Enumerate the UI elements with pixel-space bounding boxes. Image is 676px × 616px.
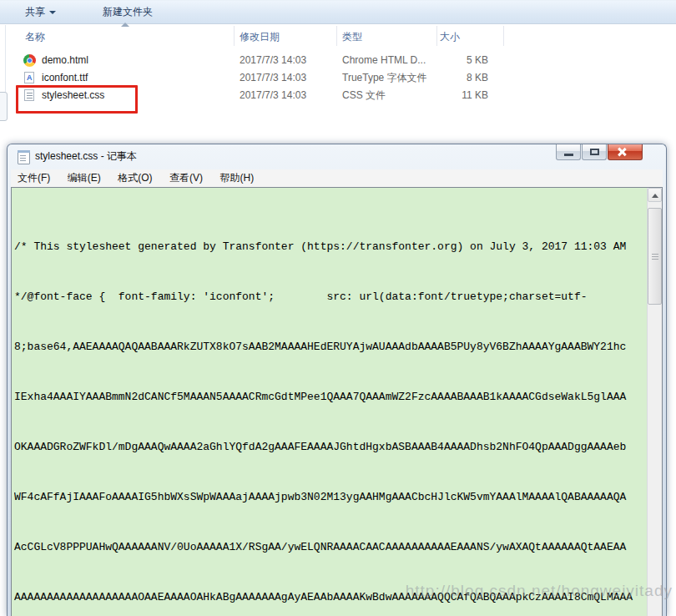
file-type: CSS 文件: [342, 87, 386, 104]
minimize-button[interactable]: [556, 144, 581, 160]
file-name[interactable]: iconfont.ttf: [42, 69, 88, 87]
file-date-modified: 2017/7/3 14:03: [240, 69, 306, 87]
notepad-window: stylesheet.css - 记事本 文件(F) 编辑(E) 格式(O) 查…: [7, 144, 667, 616]
new-folder-button[interactable]: 新建文件夹: [96, 1, 159, 23]
menu-item[interactable]: 编辑(E): [61, 169, 108, 187]
file-date-modified: 2017/7/3 14:03: [240, 87, 306, 104]
screenshot-root: 共享 新建文件夹 名称 修改日期 类型 大小 demo.html 2017/7/…: [0, 0, 676, 616]
chevron-down-icon: [49, 11, 56, 14]
column-separator[interactable]: [436, 26, 437, 46]
share-button-label: 共享: [25, 6, 45, 18]
file-date-modified: 2017/7/3 14:03: [240, 52, 306, 69]
column-separator[interactable]: [336, 26, 337, 46]
column-header-size[interactable]: 大小: [440, 28, 460, 46]
text-line: OKAAADGRoZWFkDl/mDgAAAQwAAAA2aGhlYQfdA2g…: [14, 441, 645, 453]
window-controls: [555, 144, 643, 160]
menu-item[interactable]: 格式(O): [111, 169, 159, 187]
notepad-text-area[interactable]: /* This stylesheet generated by Transfon…: [11, 187, 663, 616]
menu-item[interactable]: 查看(V): [163, 169, 209, 187]
explorer-command-bar: 共享 新建文件夹: [0, 0, 676, 24]
file-row[interactable]: iconfont.ttf 2017/7/3 14:03 TrueType 字体文…: [0, 69, 676, 87]
file-size: 11 KB: [421, 87, 488, 104]
text-line: AcCGLcV8PPPUAHwQAAAAAANV/0UoAAAAA1X/RSgA…: [14, 541, 645, 553]
column-separator[interactable]: [503, 26, 504, 46]
file-row[interactable]: demo.html 2017/7/3 14:03 Chrome HTML D..…: [0, 52, 676, 69]
file-size: 5 KB: [421, 52, 488, 69]
notepad-titlebar[interactable]: stylesheet.css - 记事本: [8, 144, 666, 169]
file-type: Chrome HTML D...: [342, 52, 426, 69]
file-type-icon: [24, 72, 34, 83]
text-line: IExha4AAAIYAAABmmN2dCANCf5MAAAN5AAAACRmc…: [14, 391, 645, 403]
notepad-content: /* This stylesheet generated by Transfon…: [14, 190, 645, 616]
text-line: 8;base64,AAEAAAAQAQAABAAARkZUTX8kO7sAAB2…: [14, 341, 645, 353]
scroll-up-arrow[interactable]: [648, 188, 662, 202]
sort-ascending-icon: [121, 23, 129, 27]
maximize-icon: [590, 149, 599, 155]
column-header-type[interactable]: 类型: [342, 28, 362, 46]
text-line: WF4cAFfAjIAAAFoAAAAIG5hbWXsSWpWAAAajAAAA…: [14, 491, 645, 503]
menu-item[interactable]: 文件(F): [11, 169, 57, 187]
text-line: /* This stylesheet generated by Transfon…: [14, 240, 645, 253]
file-type: TrueType 字体文件: [342, 69, 427, 87]
scrollbar-thumb[interactable]: [648, 208, 662, 305]
annotation-red-box: [16, 85, 138, 114]
vertical-scrollbar[interactable]: [647, 188, 662, 616]
window-title: stylesheet.css - 记事本: [35, 144, 137, 169]
file-type-icon: [23, 54, 36, 67]
maximize-button[interactable]: [582, 144, 607, 160]
text-line: */@font-face { font-family: 'iconfont'; …: [14, 290, 645, 303]
column-separator[interactable]: [234, 26, 235, 46]
column-header-date[interactable]: 修改日期: [240, 28, 280, 46]
file-size: 8 KB: [421, 69, 488, 87]
close-button[interactable]: [608, 144, 643, 160]
minimize-icon: [564, 154, 573, 156]
notepad-icon: [18, 150, 30, 164]
column-header-name[interactable]: 名称: [25, 28, 45, 46]
notepad-menubar: 文件(F) 编辑(E) 格式(O) 查看(V) 帮助(H): [11, 169, 663, 188]
menu-item[interactable]: 帮助(H): [213, 169, 260, 187]
text-line: AAAAAAAAAAAAAAAAAAAOAAEAAAAOAHkABgAAAAAA…: [14, 591, 645, 603]
share-button[interactable]: 共享: [18, 1, 63, 23]
file-name[interactable]: demo.html: [42, 52, 88, 69]
